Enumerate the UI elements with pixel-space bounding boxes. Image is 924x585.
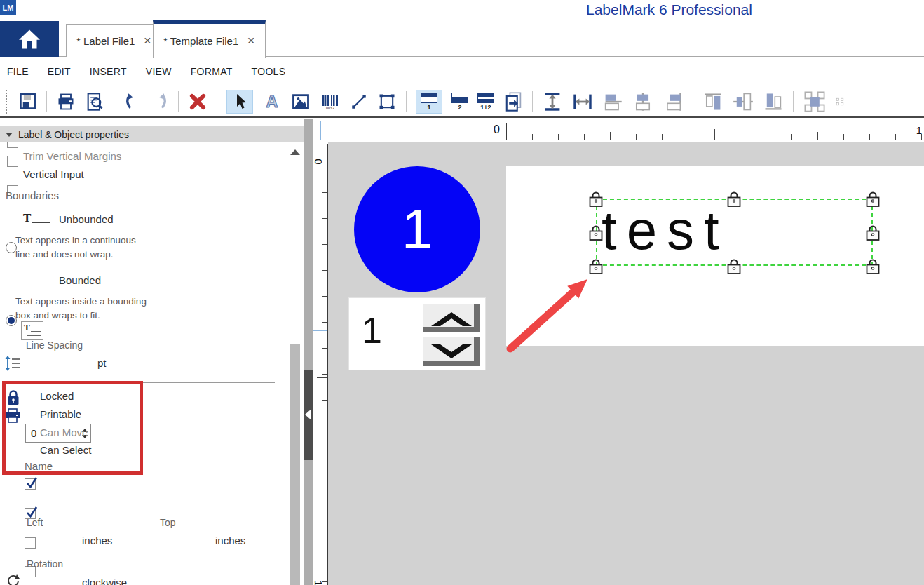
h-ruler-one: 1 xyxy=(916,124,922,136)
undo-button[interactable] xyxy=(123,93,142,111)
side-1-2-button[interactable]: 1+2 xyxy=(477,93,494,111)
app-logo: LM xyxy=(0,0,16,15)
can-move-label: Can Move xyxy=(40,426,88,438)
menu-tools[interactable]: TOOLS xyxy=(252,66,286,77)
chevron-down-icon xyxy=(430,342,473,363)
h-ruler-zero: 0 xyxy=(494,123,500,136)
align-center-button[interactable] xyxy=(632,91,653,112)
barcode-tool-button[interactable]: 0012 xyxy=(320,92,341,112)
title-bar: LM LabelMark 6 Professional xyxy=(0,0,924,21)
h-ruler-scale: 1 xyxy=(506,123,924,140)
trim-vertical-margins-checkbox[interactable] xyxy=(7,156,18,167)
rotation-unit: clockwise xyxy=(82,577,127,585)
group-button[interactable] xyxy=(803,90,827,114)
rectangle-tool-button[interactable] xyxy=(377,92,397,112)
scrollbar-thumb[interactable] xyxy=(290,344,300,585)
size-to-height-button[interactable] xyxy=(542,91,563,112)
clipped-checkbox[interactable] xyxy=(7,142,18,148)
select-tool-button[interactable] xyxy=(226,90,253,114)
name-label: Name xyxy=(25,460,53,472)
align-top-icon xyxy=(702,91,723,112)
tab-label: * Label File1 xyxy=(76,35,135,47)
redo-icon xyxy=(151,93,169,111)
side-2-label: 2 xyxy=(458,105,461,111)
top-label: Top xyxy=(160,517,176,528)
rotation-label: Rotation xyxy=(27,558,63,570)
menu-file[interactable]: FILE xyxy=(7,66,29,77)
can-move-checkbox[interactable] xyxy=(25,537,36,549)
lock-handle-icon[interactable] xyxy=(865,190,881,208)
bounded-description: Text appears inside a bounding box and w… xyxy=(15,295,147,323)
close-icon[interactable]: ✕ xyxy=(143,35,151,46)
toolbar: A 0012 xyxy=(0,86,924,118)
panel-header[interactable]: Label & Object properties xyxy=(0,126,304,142)
label-number-badge: 1 xyxy=(354,166,480,292)
lock-handle-icon[interactable] xyxy=(588,190,604,208)
lock-handle-icon[interactable] xyxy=(865,224,881,241)
v-ruler-ticks xyxy=(322,167,327,585)
annotation-arrow xyxy=(503,268,602,359)
line-tool-button[interactable] xyxy=(350,93,368,111)
align-right-button[interactable] xyxy=(663,91,684,112)
v-ruler-one: 1 xyxy=(313,580,325,585)
toolbar-separator xyxy=(217,91,217,112)
save-button[interactable] xyxy=(18,92,37,111)
scroll-up-icon[interactable] xyxy=(290,149,300,155)
text-object[interactable]: test xyxy=(602,203,729,257)
tab-label-file1[interactable]: * Label File1 ✕ xyxy=(66,24,162,57)
lock-handle-icon[interactable] xyxy=(726,257,742,275)
h-ruler-ticks xyxy=(507,134,924,140)
toolbar-separator xyxy=(46,91,47,112)
align-top-button[interactable] xyxy=(702,91,723,112)
tab-label: * Template File1 xyxy=(163,35,238,47)
size-to-width-button[interactable] xyxy=(572,91,593,112)
printer-icon xyxy=(4,408,21,424)
record-down-button[interactable] xyxy=(422,336,481,368)
line-spacing-icon xyxy=(4,355,21,372)
lock-icon xyxy=(6,389,20,406)
align-bottom-button[interactable] xyxy=(763,91,784,112)
lock-handle-icon[interactable] xyxy=(588,224,604,241)
side-1-button[interactable]: 1 xyxy=(416,90,442,114)
toolbar-separator xyxy=(406,91,407,112)
text-tool-button[interactable]: A xyxy=(262,92,282,112)
menu-format[interactable]: FORMAT xyxy=(191,66,233,77)
ruler-marker xyxy=(320,121,321,140)
left-unit: inches xyxy=(82,534,112,546)
align-right-icon xyxy=(663,91,684,112)
print-preview-button[interactable] xyxy=(85,92,104,112)
apply-to-page-button[interactable] xyxy=(503,91,523,112)
ungroup-button[interactable] xyxy=(836,90,844,114)
vertical-input-label: Vertical Input xyxy=(23,168,84,180)
splitter-handle[interactable] xyxy=(304,370,313,460)
lock-handle-icon[interactable] xyxy=(726,190,742,208)
menu-insert[interactable]: INSERT xyxy=(90,66,127,77)
menu-view[interactable]: VIEW xyxy=(146,66,172,77)
side-2-button[interactable]: 2 xyxy=(451,93,468,111)
redo-button[interactable] xyxy=(151,93,169,111)
panel-splitter[interactable] xyxy=(304,119,313,585)
home-button[interactable] xyxy=(0,21,59,57)
toolbar-grip[interactable] xyxy=(6,90,9,114)
lock-handle-icon[interactable] xyxy=(865,257,881,275)
delete-button[interactable] xyxy=(188,92,208,112)
record-up-button[interactable] xyxy=(422,302,481,334)
panel-scrollbar[interactable] xyxy=(288,142,302,585)
label-number: 1 xyxy=(402,201,433,257)
image-tool-button[interactable] xyxy=(291,92,311,112)
collapse-triangle-icon xyxy=(6,133,13,137)
size-to-height-icon xyxy=(542,91,563,112)
record-stepper: 1 xyxy=(348,297,486,370)
align-middle-button[interactable] xyxy=(733,91,754,112)
close-icon[interactable]: ✕ xyxy=(247,35,255,46)
ruler-marker xyxy=(313,330,327,331)
locked-checkbox[interactable] xyxy=(25,478,36,490)
rectangle-tool-icon xyxy=(377,92,397,112)
label-canvas[interactable]: 1 1 test xyxy=(328,142,924,585)
align-left-button[interactable] xyxy=(602,91,623,112)
cursor-icon xyxy=(231,93,248,111)
menu-edit[interactable]: EDIT xyxy=(48,66,71,77)
canvas-body: 0 1 1 1 xyxy=(313,142,924,585)
print-button[interactable] xyxy=(56,92,76,112)
tab-template-file1[interactable]: * Template File1 ✕ xyxy=(153,20,266,58)
